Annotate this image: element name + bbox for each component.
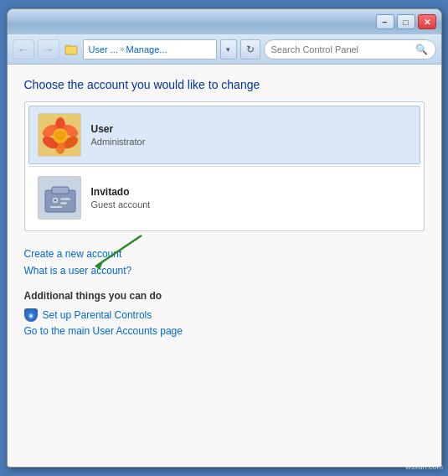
- breadcrumb[interactable]: User ... » Manage...: [83, 39, 217, 60]
- address-bar: ← → User ... » Manage... ▾ ↻ 🔍: [8, 34, 441, 65]
- folder-icon: [63, 41, 80, 58]
- user-account-name: User: [91, 123, 146, 135]
- svg-rect-18: [60, 202, 67, 204]
- main-accounts-link[interactable]: Go to the main User Accounts page: [24, 325, 183, 337]
- search-icon[interactable]: 🔍: [415, 43, 429, 56]
- svg-rect-14: [52, 187, 69, 194]
- additional-title: Additional things you can do: [24, 290, 425, 302]
- accounts-divider: [28, 166, 420, 167]
- guest-account-role: Guest account: [91, 199, 151, 210]
- user-avatar: [38, 113, 81, 157]
- arrow-annotation: [24, 231, 425, 273]
- account-item-user[interactable]: User Administrator: [28, 106, 420, 164]
- arrow-svg: [24, 231, 158, 273]
- forward-button: →: [38, 39, 59, 60]
- watermark: wsxdn.com: [405, 463, 443, 471]
- svg-rect-2: [66, 47, 76, 54]
- breadcrumb-part1[interactable]: User ...: [89, 44, 118, 54]
- accounts-panel: User Administrator: [24, 101, 425, 231]
- title-bar: − □ ✕: [8, 9, 441, 34]
- title-bar-buttons: − □ ✕: [376, 14, 436, 29]
- svg-point-11: [55, 131, 65, 141]
- refresh-button[interactable]: ↻: [240, 39, 260, 60]
- breadcrumb-part2[interactable]: Manage...: [126, 44, 167, 54]
- page-title: Choose the account you would like to cha…: [24, 78, 425, 91]
- svg-point-16: [54, 199, 56, 202]
- parental-controls-icon: [24, 308, 38, 322]
- address-dropdown[interactable]: ▾: [220, 39, 237, 60]
- guest-avatar: [38, 176, 81, 220]
- svg-rect-17: [60, 198, 70, 200]
- user-account-info: User Administrator: [91, 123, 146, 147]
- minimize-button[interactable]: −: [376, 14, 394, 29]
- parental-controls-link[interactable]: Set up Parental Controls: [24, 308, 425, 322]
- maximize-button[interactable]: □: [397, 14, 415, 29]
- search-box[interactable]: 🔍: [264, 39, 436, 60]
- back-button: ←: [13, 39, 34, 60]
- parental-controls-label: Set up Parental Controls: [43, 309, 152, 321]
- guest-account-name: Invitado: [91, 186, 151, 198]
- additional-section: Additional things you can do Set up Pare…: [24, 290, 425, 337]
- user-account-role: Administrator: [91, 137, 146, 147]
- content-area: Choose the account you would like to cha…: [8, 65, 441, 467]
- main-window: − □ ✕ ← → User ... » Manage... ▾ ↻ 🔍: [7, 8, 442, 468]
- search-input[interactable]: [271, 44, 412, 54]
- breadcrumb-sep1: »: [120, 44, 125, 54]
- svg-point-22: [29, 314, 33, 318]
- account-item-guest[interactable]: Invitado Guest account: [28, 168, 420, 227]
- guest-account-info: Invitado Guest account: [91, 186, 151, 210]
- close-button[interactable]: ✕: [418, 14, 436, 29]
